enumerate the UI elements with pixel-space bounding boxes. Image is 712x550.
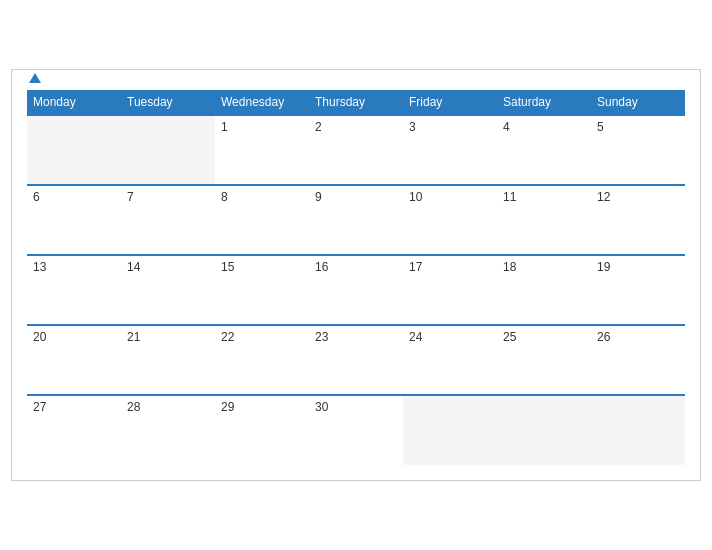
day-number: 6	[33, 190, 40, 204]
weekday-header-row: MondayTuesdayWednesdayThursdayFridaySatu…	[27, 90, 685, 115]
calendar-cell: 30	[309, 395, 403, 465]
day-number: 28	[127, 400, 140, 414]
calendar-cell: 10	[403, 185, 497, 255]
weekday-header-sunday: Sunday	[591, 90, 685, 115]
calendar-cell	[591, 395, 685, 465]
calendar-cell: 18	[497, 255, 591, 325]
day-number: 12	[597, 190, 610, 204]
day-number: 1	[221, 120, 228, 134]
logo-triangle-icon	[29, 73, 41, 83]
day-number: 30	[315, 400, 328, 414]
calendar-cell: 25	[497, 325, 591, 395]
day-number: 2	[315, 120, 322, 134]
calendar-cell: 12	[591, 185, 685, 255]
day-number: 9	[315, 190, 322, 204]
calendar-cell: 20	[27, 325, 121, 395]
day-number: 11	[503, 190, 516, 204]
calendar-cell: 7	[121, 185, 215, 255]
day-number: 20	[33, 330, 46, 344]
day-number: 14	[127, 260, 140, 274]
calendar-cell: 22	[215, 325, 309, 395]
calendar-cell: 23	[309, 325, 403, 395]
calendar-cell: 8	[215, 185, 309, 255]
week-row-4: 20212223242526	[27, 325, 685, 395]
calendar-cell: 4	[497, 115, 591, 185]
week-row-3: 13141516171819	[27, 255, 685, 325]
calendar-cell: 2	[309, 115, 403, 185]
day-number: 4	[503, 120, 510, 134]
day-number: 8	[221, 190, 228, 204]
day-number: 3	[409, 120, 416, 134]
calendar-cell: 17	[403, 255, 497, 325]
day-number: 19	[597, 260, 610, 274]
calendar-cell: 16	[309, 255, 403, 325]
calendar-cell: 15	[215, 255, 309, 325]
day-number: 21	[127, 330, 140, 344]
calendar-cell	[403, 395, 497, 465]
weekday-header-tuesday: Tuesday	[121, 90, 215, 115]
calendar-cell: 3	[403, 115, 497, 185]
weekday-header-friday: Friday	[403, 90, 497, 115]
weekday-header-thursday: Thursday	[309, 90, 403, 115]
week-row-5: 27282930	[27, 395, 685, 465]
day-number: 26	[597, 330, 610, 344]
day-number: 24	[409, 330, 422, 344]
day-number: 5	[597, 120, 604, 134]
day-number: 27	[33, 400, 46, 414]
calendar-cell: 29	[215, 395, 309, 465]
week-row-1: 12345	[27, 115, 685, 185]
weekday-header-monday: Monday	[27, 90, 121, 115]
day-number: 18	[503, 260, 516, 274]
calendar-cell: 5	[591, 115, 685, 185]
day-number: 25	[503, 330, 516, 344]
calendar-container: MondayTuesdayWednesdayThursdayFridaySatu…	[11, 69, 701, 481]
calendar-cell	[27, 115, 121, 185]
calendar-cell: 9	[309, 185, 403, 255]
calendar-cell: 24	[403, 325, 497, 395]
calendar-cell: 11	[497, 185, 591, 255]
logo	[27, 75, 41, 85]
calendar-cell: 14	[121, 255, 215, 325]
weekday-header-saturday: Saturday	[497, 90, 591, 115]
day-number: 23	[315, 330, 328, 344]
weekday-header-wednesday: Wednesday	[215, 90, 309, 115]
calendar-cell	[497, 395, 591, 465]
calendar-cell: 27	[27, 395, 121, 465]
day-number: 22	[221, 330, 234, 344]
calendar-grid: MondayTuesdayWednesdayThursdayFridaySatu…	[27, 90, 685, 465]
calendar-cell: 26	[591, 325, 685, 395]
day-number: 10	[409, 190, 422, 204]
day-number: 15	[221, 260, 234, 274]
calendar-cell	[121, 115, 215, 185]
calendar-cell: 6	[27, 185, 121, 255]
calendar-cell: 1	[215, 115, 309, 185]
calendar-cell: 21	[121, 325, 215, 395]
day-number: 13	[33, 260, 46, 274]
calendar-cell: 19	[591, 255, 685, 325]
day-number: 29	[221, 400, 234, 414]
calendar-cell: 13	[27, 255, 121, 325]
day-number: 7	[127, 190, 134, 204]
day-number: 16	[315, 260, 328, 274]
day-number: 17	[409, 260, 422, 274]
calendar-cell: 28	[121, 395, 215, 465]
week-row-2: 6789101112	[27, 185, 685, 255]
